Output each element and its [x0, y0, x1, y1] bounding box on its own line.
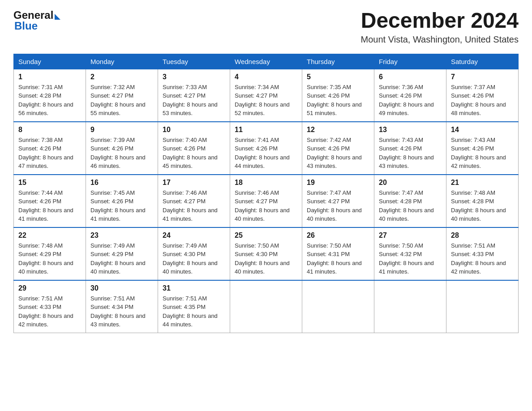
logo: General Blue: [13, 9, 60, 32]
logo-arrow-icon: [55, 14, 60, 20]
calendar-cell: 3Sunrise: 7:33 AMSunset: 4:27 PMDaylight…: [158, 69, 230, 122]
day-number: 23: [90, 231, 153, 240]
day-number: 13: [379, 126, 442, 134]
page-header: General Blue December 2024 Mount Vista, …: [13, 9, 519, 45]
day-number: 1: [18, 73, 81, 81]
day-number: 4: [235, 73, 297, 81]
day-number: 8: [18, 126, 81, 134]
day-of-week-header: Wednesday: [230, 54, 302, 69]
day-info: Sunrise: 7:51 AMSunset: 4:35 PMDaylight:…: [163, 294, 225, 329]
day-number: 24: [163, 231, 225, 240]
day-number: 14: [451, 126, 514, 134]
day-info: Sunrise: 7:45 AMSunset: 4:26 PMDaylight:…: [90, 188, 153, 223]
day-info: Sunrise: 7:35 AMSunset: 4:26 PMDaylight:…: [307, 83, 369, 118]
calendar-cell: 23Sunrise: 7:49 AMSunset: 4:29 PMDayligh…: [86, 227, 158, 280]
day-number: 3: [163, 73, 225, 81]
day-info: Sunrise: 7:43 AMSunset: 4:26 PMDaylight:…: [379, 136, 442, 171]
day-of-week-header: Tuesday: [158, 54, 230, 69]
day-info: Sunrise: 7:39 AMSunset: 4:26 PMDaylight:…: [90, 136, 153, 171]
day-number: 30: [90, 284, 153, 292]
day-info: Sunrise: 7:36 AMSunset: 4:26 PMDaylight:…: [379, 83, 442, 118]
logo-blue-text: Blue: [14, 20, 38, 32]
day-number: 18: [235, 179, 297, 187]
calendar-cell: 18Sunrise: 7:46 AMSunset: 4:27 PMDayligh…: [230, 175, 302, 227]
day-of-week-header: Sunday: [14, 54, 86, 69]
calendar-cell: 17Sunrise: 7:46 AMSunset: 4:27 PMDayligh…: [158, 175, 230, 227]
day-info: Sunrise: 7:51 AMSunset: 4:33 PMDaylight:…: [451, 241, 514, 276]
location-title: Mount Vista, Washington, United States: [361, 34, 519, 45]
calendar-cell: 15Sunrise: 7:44 AMSunset: 4:26 PMDayligh…: [14, 175, 86, 227]
calendar-cell: 16Sunrise: 7:45 AMSunset: 4:26 PMDayligh…: [86, 175, 158, 227]
day-number: 22: [18, 231, 81, 240]
title-area: December 2024 Mount Vista, Washington, U…: [361, 9, 519, 45]
day-info: Sunrise: 7:31 AMSunset: 4:28 PMDaylight:…: [18, 83, 81, 118]
calendar-cell: 14Sunrise: 7:43 AMSunset: 4:26 PMDayligh…: [446, 122, 519, 175]
calendar-cell: 10Sunrise: 7:40 AMSunset: 4:26 PMDayligh…: [158, 122, 230, 175]
day-info: Sunrise: 7:44 AMSunset: 4:26 PMDaylight:…: [18, 188, 81, 223]
calendar-cell: 2Sunrise: 7:32 AMSunset: 4:27 PMDaylight…: [86, 69, 158, 122]
calendar-cell: 26Sunrise: 7:50 AMSunset: 4:31 PMDayligh…: [302, 227, 374, 280]
calendar-cell: 28Sunrise: 7:51 AMSunset: 4:33 PMDayligh…: [446, 227, 519, 280]
day-number: 26: [307, 231, 369, 240]
calendar-header-row: SundayMondayTuesdayWednesdayThursdayFrid…: [14, 54, 519, 69]
day-info: Sunrise: 7:33 AMSunset: 4:27 PMDaylight:…: [163, 83, 225, 118]
calendar-cell: 20Sunrise: 7:47 AMSunset: 4:28 PMDayligh…: [374, 175, 446, 227]
calendar-cell: [446, 280, 519, 333]
calendar-cell: 21Sunrise: 7:48 AMSunset: 4:28 PMDayligh…: [446, 175, 519, 227]
calendar-cell: 19Sunrise: 7:47 AMSunset: 4:27 PMDayligh…: [302, 175, 374, 227]
day-of-week-header: Thursday: [302, 54, 374, 69]
calendar-cell: 25Sunrise: 7:50 AMSunset: 4:30 PMDayligh…: [230, 227, 302, 280]
day-info: Sunrise: 7:47 AMSunset: 4:28 PMDaylight:…: [379, 188, 442, 223]
calendar-week-row: 22Sunrise: 7:48 AMSunset: 4:29 PMDayligh…: [14, 227, 519, 280]
calendar-cell: 31Sunrise: 7:51 AMSunset: 4:35 PMDayligh…: [158, 280, 230, 333]
calendar-cell: 7Sunrise: 7:37 AMSunset: 4:26 PMDaylight…: [446, 69, 519, 122]
calendar-week-row: 15Sunrise: 7:44 AMSunset: 4:26 PMDayligh…: [14, 175, 519, 227]
calendar-cell: 9Sunrise: 7:39 AMSunset: 4:26 PMDaylight…: [86, 122, 158, 175]
day-number: 20: [379, 179, 442, 187]
day-info: Sunrise: 7:50 AMSunset: 4:32 PMDaylight:…: [379, 241, 442, 276]
day-info: Sunrise: 7:40 AMSunset: 4:26 PMDaylight:…: [163, 136, 225, 171]
calendar-cell: 8Sunrise: 7:38 AMSunset: 4:26 PMDaylight…: [14, 122, 86, 175]
calendar-cell: 27Sunrise: 7:50 AMSunset: 4:32 PMDayligh…: [374, 227, 446, 280]
day-info: Sunrise: 7:51 AMSunset: 4:33 PMDaylight:…: [18, 294, 81, 329]
day-number: 9: [90, 126, 153, 134]
day-number: 21: [451, 179, 514, 187]
day-number: 2: [90, 73, 153, 81]
calendar-cell: 29Sunrise: 7:51 AMSunset: 4:33 PMDayligh…: [14, 280, 86, 333]
day-info: Sunrise: 7:34 AMSunset: 4:27 PMDaylight:…: [235, 83, 297, 118]
day-number: 19: [307, 179, 369, 187]
day-info: Sunrise: 7:42 AMSunset: 4:26 PMDaylight:…: [307, 136, 369, 171]
calendar-cell: [374, 280, 446, 333]
day-info: Sunrise: 7:47 AMSunset: 4:27 PMDaylight:…: [307, 188, 369, 223]
day-number: 16: [90, 179, 153, 187]
day-number: 12: [307, 126, 369, 134]
calendar-cell: 4Sunrise: 7:34 AMSunset: 4:27 PMDaylight…: [230, 69, 302, 122]
day-info: Sunrise: 7:51 AMSunset: 4:34 PMDaylight:…: [90, 294, 153, 329]
calendar-cell: 22Sunrise: 7:48 AMSunset: 4:29 PMDayligh…: [14, 227, 86, 280]
day-info: Sunrise: 7:50 AMSunset: 4:30 PMDaylight:…: [235, 241, 297, 276]
day-of-week-header: Saturday: [446, 54, 519, 69]
day-number: 10: [163, 126, 225, 134]
calendar-cell: 12Sunrise: 7:42 AMSunset: 4:26 PMDayligh…: [302, 122, 374, 175]
calendar-cell: 6Sunrise: 7:36 AMSunset: 4:26 PMDaylight…: [374, 69, 446, 122]
day-info: Sunrise: 7:43 AMSunset: 4:26 PMDaylight:…: [451, 136, 514, 171]
day-info: Sunrise: 7:48 AMSunset: 4:29 PMDaylight:…: [18, 241, 81, 276]
day-number: 6: [379, 73, 442, 81]
day-info: Sunrise: 7:50 AMSunset: 4:31 PMDaylight:…: [307, 241, 369, 276]
day-info: Sunrise: 7:41 AMSunset: 4:26 PMDaylight:…: [235, 136, 297, 171]
day-number: 5: [307, 73, 369, 81]
calendar-week-row: 8Sunrise: 7:38 AMSunset: 4:26 PMDaylight…: [14, 122, 519, 175]
day-info: Sunrise: 7:38 AMSunset: 4:26 PMDaylight:…: [18, 136, 81, 171]
day-number: 25: [235, 231, 297, 240]
day-number: 28: [451, 231, 514, 240]
day-info: Sunrise: 7:49 AMSunset: 4:29 PMDaylight:…: [90, 241, 153, 276]
day-number: 7: [451, 73, 514, 81]
day-info: Sunrise: 7:48 AMSunset: 4:28 PMDaylight:…: [451, 188, 514, 223]
day-of-week-header: Friday: [374, 54, 446, 69]
day-info: Sunrise: 7:49 AMSunset: 4:30 PMDaylight:…: [163, 241, 225, 276]
calendar-cell: 5Sunrise: 7:35 AMSunset: 4:26 PMDaylight…: [302, 69, 374, 122]
day-info: Sunrise: 7:46 AMSunset: 4:27 PMDaylight:…: [235, 188, 297, 223]
calendar-week-row: 29Sunrise: 7:51 AMSunset: 4:33 PMDayligh…: [14, 280, 519, 333]
calendar-week-row: 1Sunrise: 7:31 AMSunset: 4:28 PMDaylight…: [14, 69, 519, 122]
day-info: Sunrise: 7:46 AMSunset: 4:27 PMDaylight:…: [163, 188, 225, 223]
